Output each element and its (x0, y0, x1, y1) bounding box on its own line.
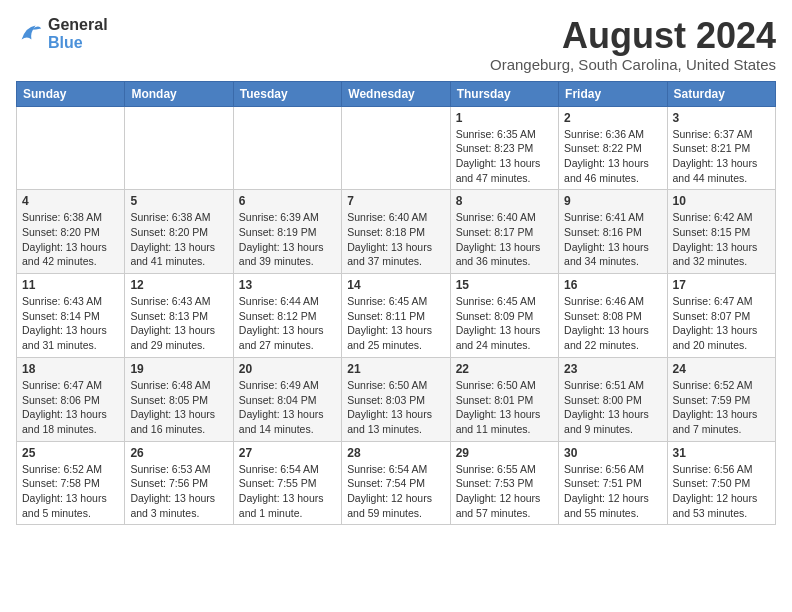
header-thursday: Thursday (450, 81, 558, 106)
calendar-cell: 11Sunrise: 6:43 AM Sunset: 8:14 PM Dayli… (17, 274, 125, 358)
day-info: Sunrise: 6:35 AM Sunset: 8:23 PM Dayligh… (456, 127, 553, 186)
day-number: 18 (22, 362, 119, 376)
calendar-cell: 23Sunrise: 6:51 AM Sunset: 8:00 PM Dayli… (559, 357, 667, 441)
day-info: Sunrise: 6:56 AM Sunset: 7:50 PM Dayligh… (673, 462, 770, 521)
title-block: August 2024 Orangeburg, South Carolina, … (490, 16, 776, 73)
calendar-cell: 8Sunrise: 6:40 AM Sunset: 8:17 PM Daylig… (450, 190, 558, 274)
day-number: 26 (130, 446, 227, 460)
calendar-cell: 4Sunrise: 6:38 AM Sunset: 8:20 PM Daylig… (17, 190, 125, 274)
day-info: Sunrise: 6:36 AM Sunset: 8:22 PM Dayligh… (564, 127, 661, 186)
day-number: 31 (673, 446, 770, 460)
day-info: Sunrise: 6:48 AM Sunset: 8:05 PM Dayligh… (130, 378, 227, 437)
day-info: Sunrise: 6:45 AM Sunset: 8:09 PM Dayligh… (456, 294, 553, 353)
day-info: Sunrise: 6:52 AM Sunset: 7:58 PM Dayligh… (22, 462, 119, 521)
day-info: Sunrise: 6:46 AM Sunset: 8:08 PM Dayligh… (564, 294, 661, 353)
day-info: Sunrise: 6:38 AM Sunset: 8:20 PM Dayligh… (130, 210, 227, 269)
calendar-cell: 12Sunrise: 6:43 AM Sunset: 8:13 PM Dayli… (125, 274, 233, 358)
day-number: 13 (239, 278, 336, 292)
header-wednesday: Wednesday (342, 81, 450, 106)
calendar-cell: 2Sunrise: 6:36 AM Sunset: 8:22 PM Daylig… (559, 106, 667, 190)
calendar-cell: 3Sunrise: 6:37 AM Sunset: 8:21 PM Daylig… (667, 106, 775, 190)
calendar-cell: 6Sunrise: 6:39 AM Sunset: 8:19 PM Daylig… (233, 190, 341, 274)
month-title: August 2024 (490, 16, 776, 56)
day-number: 12 (130, 278, 227, 292)
calendar-week-2: 4Sunrise: 6:38 AM Sunset: 8:20 PM Daylig… (17, 190, 776, 274)
day-number: 20 (239, 362, 336, 376)
day-number: 27 (239, 446, 336, 460)
logo-text: General Blue (48, 16, 108, 52)
day-number: 29 (456, 446, 553, 460)
header-saturday: Saturday (667, 81, 775, 106)
calendar-cell (125, 106, 233, 190)
location-subtitle: Orangeburg, South Carolina, United State… (490, 56, 776, 73)
calendar-cell: 28Sunrise: 6:54 AM Sunset: 7:54 PM Dayli… (342, 441, 450, 525)
day-info: Sunrise: 6:43 AM Sunset: 8:13 PM Dayligh… (130, 294, 227, 353)
page-header: General Blue August 2024 Orangeburg, Sou… (16, 16, 776, 73)
day-info: Sunrise: 6:40 AM Sunset: 8:18 PM Dayligh… (347, 210, 444, 269)
day-info: Sunrise: 6:55 AM Sunset: 7:53 PM Dayligh… (456, 462, 553, 521)
day-number: 7 (347, 194, 444, 208)
day-info: Sunrise: 6:51 AM Sunset: 8:00 PM Dayligh… (564, 378, 661, 437)
day-number: 10 (673, 194, 770, 208)
calendar-cell: 21Sunrise: 6:50 AM Sunset: 8:03 PM Dayli… (342, 357, 450, 441)
calendar-cell (17, 106, 125, 190)
logo-icon (16, 20, 44, 48)
header-friday: Friday (559, 81, 667, 106)
calendar-cell: 9Sunrise: 6:41 AM Sunset: 8:16 PM Daylig… (559, 190, 667, 274)
day-number: 17 (673, 278, 770, 292)
header-sunday: Sunday (17, 81, 125, 106)
calendar-cell: 29Sunrise: 6:55 AM Sunset: 7:53 PM Dayli… (450, 441, 558, 525)
day-number: 19 (130, 362, 227, 376)
header-tuesday: Tuesday (233, 81, 341, 106)
calendar-week-5: 25Sunrise: 6:52 AM Sunset: 7:58 PM Dayli… (17, 441, 776, 525)
day-number: 22 (456, 362, 553, 376)
calendar-header-row: Sunday Monday Tuesday Wednesday Thursday… (17, 81, 776, 106)
calendar-cell: 31Sunrise: 6:56 AM Sunset: 7:50 PM Dayli… (667, 441, 775, 525)
day-info: Sunrise: 6:53 AM Sunset: 7:56 PM Dayligh… (130, 462, 227, 521)
day-info: Sunrise: 6:37 AM Sunset: 8:21 PM Dayligh… (673, 127, 770, 186)
calendar-cell: 18Sunrise: 6:47 AM Sunset: 8:06 PM Dayli… (17, 357, 125, 441)
calendar-week-3: 11Sunrise: 6:43 AM Sunset: 8:14 PM Dayli… (17, 274, 776, 358)
day-number: 16 (564, 278, 661, 292)
day-info: Sunrise: 6:42 AM Sunset: 8:15 PM Dayligh… (673, 210, 770, 269)
calendar-cell: 10Sunrise: 6:42 AM Sunset: 8:15 PM Dayli… (667, 190, 775, 274)
calendar-week-1: 1Sunrise: 6:35 AM Sunset: 8:23 PM Daylig… (17, 106, 776, 190)
day-number: 15 (456, 278, 553, 292)
day-info: Sunrise: 6:41 AM Sunset: 8:16 PM Dayligh… (564, 210, 661, 269)
header-monday: Monday (125, 81, 233, 106)
day-number: 11 (22, 278, 119, 292)
day-number: 3 (673, 111, 770, 125)
calendar-cell: 20Sunrise: 6:49 AM Sunset: 8:04 PM Dayli… (233, 357, 341, 441)
calendar-cell: 27Sunrise: 6:54 AM Sunset: 7:55 PM Dayli… (233, 441, 341, 525)
calendar-cell: 19Sunrise: 6:48 AM Sunset: 8:05 PM Dayli… (125, 357, 233, 441)
day-number: 24 (673, 362, 770, 376)
day-number: 25 (22, 446, 119, 460)
logo: General Blue (16, 16, 108, 52)
day-info: Sunrise: 6:47 AM Sunset: 8:07 PM Dayligh… (673, 294, 770, 353)
calendar-cell: 14Sunrise: 6:45 AM Sunset: 8:11 PM Dayli… (342, 274, 450, 358)
calendar-cell: 24Sunrise: 6:52 AM Sunset: 7:59 PM Dayli… (667, 357, 775, 441)
day-info: Sunrise: 6:45 AM Sunset: 8:11 PM Dayligh… (347, 294, 444, 353)
calendar-cell: 17Sunrise: 6:47 AM Sunset: 8:07 PM Dayli… (667, 274, 775, 358)
day-number: 14 (347, 278, 444, 292)
day-info: Sunrise: 6:52 AM Sunset: 7:59 PM Dayligh… (673, 378, 770, 437)
day-number: 30 (564, 446, 661, 460)
calendar-cell: 25Sunrise: 6:52 AM Sunset: 7:58 PM Dayli… (17, 441, 125, 525)
day-number: 23 (564, 362, 661, 376)
calendar-cell: 16Sunrise: 6:46 AM Sunset: 8:08 PM Dayli… (559, 274, 667, 358)
day-info: Sunrise: 6:39 AM Sunset: 8:19 PM Dayligh… (239, 210, 336, 269)
calendar-cell: 7Sunrise: 6:40 AM Sunset: 8:18 PM Daylig… (342, 190, 450, 274)
day-number: 4 (22, 194, 119, 208)
day-number: 21 (347, 362, 444, 376)
day-number: 28 (347, 446, 444, 460)
day-info: Sunrise: 6:40 AM Sunset: 8:17 PM Dayligh… (456, 210, 553, 269)
calendar-table: Sunday Monday Tuesday Wednesday Thursday… (16, 81, 776, 526)
day-number: 6 (239, 194, 336, 208)
day-number: 5 (130, 194, 227, 208)
calendar-week-4: 18Sunrise: 6:47 AM Sunset: 8:06 PM Dayli… (17, 357, 776, 441)
calendar-cell: 15Sunrise: 6:45 AM Sunset: 8:09 PM Dayli… (450, 274, 558, 358)
calendar-cell: 22Sunrise: 6:50 AM Sunset: 8:01 PM Dayli… (450, 357, 558, 441)
day-number: 8 (456, 194, 553, 208)
calendar-cell: 5Sunrise: 6:38 AM Sunset: 8:20 PM Daylig… (125, 190, 233, 274)
day-number: 9 (564, 194, 661, 208)
